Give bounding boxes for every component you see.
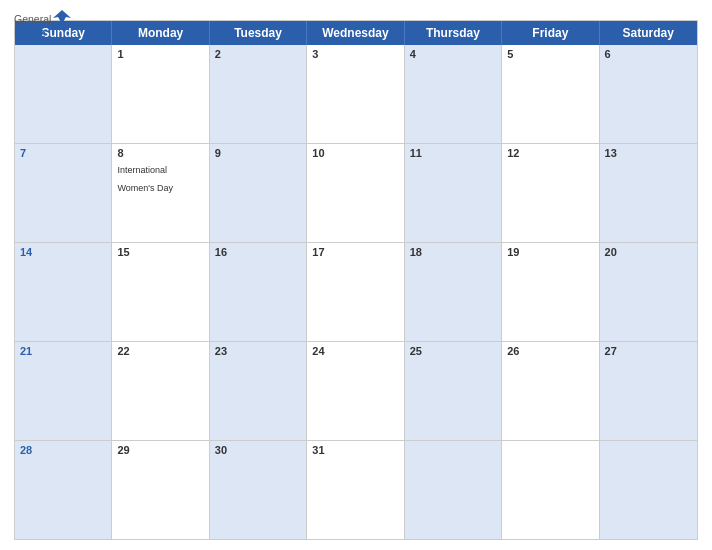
- calendar-cell: 8International Women's Day: [112, 144, 209, 242]
- calendar-cell: 15: [112, 243, 209, 341]
- calendar-page: General Blue SundayMondayTuesdayWednesda…: [0, 0, 712, 550]
- day-number: 12: [507, 147, 593, 159]
- calendar-cell: 14: [15, 243, 112, 341]
- day-number: 8: [117, 147, 203, 159]
- calendar-cell: 30: [210, 441, 307, 539]
- day-number: 5: [507, 48, 593, 60]
- calendar-cell: 29: [112, 441, 209, 539]
- calendar-cell: 27: [600, 342, 697, 440]
- calendar-cell: 22: [112, 342, 209, 440]
- logo-bird-icon: [53, 10, 71, 24]
- calendar-week-3: 21222324252627: [15, 342, 697, 441]
- calendar-cell: 11: [405, 144, 502, 242]
- day-number: 20: [605, 246, 692, 258]
- calendar-cell: 17: [307, 243, 404, 341]
- day-number: 29: [117, 444, 203, 456]
- weekday-header-friday: Friday: [502, 21, 599, 45]
- calendar-cell: 21: [15, 342, 112, 440]
- calendar-cell: 31: [307, 441, 404, 539]
- calendar-cell: 1: [112, 45, 209, 143]
- calendar-cell: 19: [502, 243, 599, 341]
- calendar-cell: 4: [405, 45, 502, 143]
- calendar-week-2: 14151617181920: [15, 243, 697, 342]
- calendar-cell: 12: [502, 144, 599, 242]
- day-number: 21: [20, 345, 106, 357]
- day-number: 18: [410, 246, 496, 258]
- calendar-cell: [15, 45, 112, 143]
- calendar-body: 12345678International Women's Day9101112…: [15, 45, 697, 539]
- day-number: 11: [410, 147, 496, 159]
- day-number: 30: [215, 444, 301, 456]
- day-number: 28: [20, 444, 106, 456]
- day-number: 27: [605, 345, 692, 357]
- day-number: 17: [312, 246, 398, 258]
- day-number: 22: [117, 345, 203, 357]
- day-number: 16: [215, 246, 301, 258]
- svg-marker-0: [53, 10, 71, 24]
- day-number: 4: [410, 48, 496, 60]
- logo: General Blue: [14, 10, 71, 41]
- calendar-cell: 10: [307, 144, 404, 242]
- calendar-cell: 16: [210, 243, 307, 341]
- day-number: 6: [605, 48, 692, 60]
- calendar-cell: 2: [210, 45, 307, 143]
- weekday-header-saturday: Saturday: [600, 21, 697, 45]
- day-number: 10: [312, 147, 398, 159]
- day-number: 25: [410, 345, 496, 357]
- calendar-cell: 5: [502, 45, 599, 143]
- header: General Blue: [14, 10, 698, 14]
- weekday-header-row: SundayMondayTuesdayWednesdayThursdayFrid…: [15, 21, 697, 45]
- calendar-week-0: 123456: [15, 45, 697, 144]
- calendar-cell: 3: [307, 45, 404, 143]
- calendar-cell: [405, 441, 502, 539]
- day-number: 24: [312, 345, 398, 357]
- day-number: 26: [507, 345, 593, 357]
- day-number: 15: [117, 246, 203, 258]
- calendar-cell: 24: [307, 342, 404, 440]
- calendar-cell: 26: [502, 342, 599, 440]
- calendar-cell: 9: [210, 144, 307, 242]
- day-number: 7: [20, 147, 106, 159]
- weekday-header-wednesday: Wednesday: [307, 21, 404, 45]
- day-number: 23: [215, 345, 301, 357]
- calendar-cell: 13: [600, 144, 697, 242]
- day-number: 3: [312, 48, 398, 60]
- calendar-cell: 23: [210, 342, 307, 440]
- weekday-header-thursday: Thursday: [405, 21, 502, 45]
- calendar-cell: 18: [405, 243, 502, 341]
- day-number: 14: [20, 246, 106, 258]
- calendar-cell: 6: [600, 45, 697, 143]
- day-number: 31: [312, 444, 398, 456]
- event-label: International Women's Day: [117, 165, 173, 193]
- logo-blue-text: Blue: [14, 25, 46, 41]
- day-number: 13: [605, 147, 692, 159]
- day-number: 1: [117, 48, 203, 60]
- weekday-header-tuesday: Tuesday: [210, 21, 307, 45]
- day-number: 2: [215, 48, 301, 60]
- calendar-cell: 28: [15, 441, 112, 539]
- calendar-cell: [502, 441, 599, 539]
- calendar-cell: 7: [15, 144, 112, 242]
- weekday-header-monday: Monday: [112, 21, 209, 45]
- calendar-week-1: 78International Women's Day910111213: [15, 144, 697, 243]
- calendar-cell: 20: [600, 243, 697, 341]
- calendar-cell: 25: [405, 342, 502, 440]
- day-number: 19: [507, 246, 593, 258]
- calendar-grid: SundayMondayTuesdayWednesdayThursdayFrid…: [14, 20, 698, 540]
- calendar-week-4: 28293031: [15, 441, 697, 539]
- logo-general-text: General: [14, 13, 51, 25]
- calendar-cell: [600, 441, 697, 539]
- day-number: 9: [215, 147, 301, 159]
